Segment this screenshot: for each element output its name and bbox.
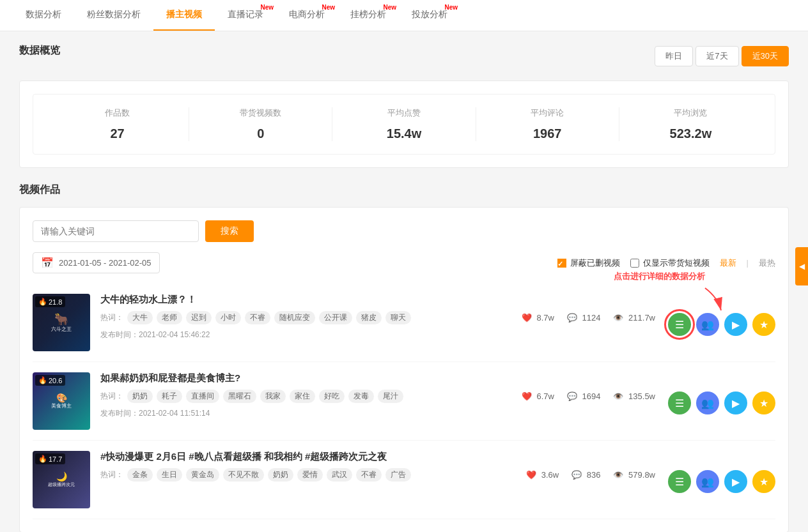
only-goods-checkbox-label[interactable]: 仅显示带货短视频 [630, 257, 710, 269]
stat-goods-value: 0 [189, 126, 332, 141]
fire-icon: 🔥 [38, 298, 47, 306]
publish-time-2: 发布时间：2021-02-04 11:51:14 [100, 408, 522, 419]
search-input[interactable] [33, 220, 199, 242]
main-content: 数据概览 昨日 近7天 近30天 作品数 27 带货视频数 0 平均点赞 15.… [0, 31, 808, 532]
hot-tag[interactable]: 小时 [215, 311, 241, 324]
users-button-1[interactable]: 👥 [696, 313, 719, 336]
hot-tag[interactable]: 广告 [385, 468, 411, 482]
stats-grid: 作品数 27 带货视频数 0 平均点赞 15.4w 平均评论 1967 平均浏览… [33, 94, 775, 155]
filter-right: 屏蔽已删视频 仅显示带货短视频 最新 | 最热 [557, 257, 775, 269]
video-score-2: 🔥 20.6 [35, 375, 65, 386]
tab-ad-analysis[interactable]: 投放分析 New [399, 0, 460, 31]
new-badge-live: New [260, 4, 274, 11]
hide-deleted-checkbox[interactable] [557, 259, 566, 268]
tab-streamer-video[interactable]: 播主视频 [153, 0, 215, 31]
hot-tag[interactable]: 生日 [157, 468, 182, 482]
play-button-2[interactable]: ▶ [724, 391, 747, 414]
video-thumb-2: 🎨 美食博主 🔥 20.6 [33, 372, 90, 430]
hot-tag[interactable]: 金条 [127, 468, 153, 482]
heart-icon: ❤️ [522, 391, 532, 401]
hot-tag[interactable]: 家住 [290, 390, 315, 403]
heart-icon: ❤️ [526, 470, 536, 480]
eye-icon: 👁️ [613, 470, 623, 480]
comment-icon: 💬 [567, 313, 577, 323]
hot-tag[interactable]: 武汉 [327, 468, 352, 482]
likes-stat-1: ❤️ 8.7w [522, 313, 554, 323]
action-buttons-2: ☰ 👥 ▶ ★ [668, 372, 775, 414]
stat-views-label: 平均浏览 [619, 107, 762, 119]
comments-stat-3: 💬 836 [571, 470, 600, 480]
new-badge-ecommerce: New [322, 4, 335, 11]
video-stats-3: ❤️ 3.6w 💬 836 👁️ 579.8w [526, 451, 655, 480]
sidebar-hint[interactable]: ◀ [795, 247, 808, 285]
comments-stat-2: 💬 1694 [567, 391, 601, 401]
stat-works-label: 作品数 [46, 107, 189, 119]
hot-tag[interactable]: 随机应变 [274, 311, 315, 324]
sort-newest[interactable]: 最新 [720, 257, 736, 269]
hot-tag[interactable]: 不见不散 [223, 468, 264, 482]
play-button-1[interactable]: ▶ [724, 313, 747, 336]
period-7days[interactable]: 近7天 [695, 46, 738, 66]
hot-tag[interactable]: 我家 [260, 390, 286, 403]
hide-deleted-checkbox-label[interactable]: 屏蔽已删视频 [557, 257, 620, 269]
play-button-3[interactable]: ▶ [724, 470, 747, 493]
stat-avg-views: 平均浏览 523.2w [619, 107, 762, 141]
users-button-3[interactable]: 👥 [696, 470, 719, 493]
hot-tag[interactable]: 不睿 [245, 311, 270, 324]
overview-header: 数据概览 昨日 近7天 近30天 [19, 44, 789, 68]
tab-ecommerce[interactable]: 电商分析 New [276, 0, 338, 31]
hot-tag[interactable]: 耗子 [157, 390, 182, 403]
only-goods-text: 仅显示带货短视频 [643, 257, 710, 269]
hot-tag[interactable]: 大牛 [127, 311, 153, 324]
period-yesterday[interactable]: 昨日 [655, 46, 693, 66]
stat-goods-video: 带货视频数 0 [189, 107, 332, 141]
hot-tag[interactable]: 奶奶 [127, 390, 153, 403]
hot-tag[interactable]: 不睿 [356, 468, 382, 482]
checkbox-text: 屏蔽已删视频 [570, 257, 620, 269]
only-goods-checkbox[interactable] [630, 259, 639, 268]
views-stat-1: 👁️ 211.7w [613, 313, 655, 323]
tab-ranking[interactable]: 挂榜分析 New [338, 0, 399, 31]
filter-row: 📅 2021-01-05 - 2021-02-05 屏蔽已删视频 仅显示带货短视… [33, 252, 775, 273]
hot-tag[interactable]: 爱情 [297, 468, 323, 482]
stat-likes-value: 15.4w [332, 126, 475, 141]
hot-tag[interactable]: 发毒 [348, 390, 374, 403]
list-data-button-3[interactable]: ☰ [668, 470, 691, 493]
hot-tag[interactable]: 猪皮 [356, 311, 382, 324]
list-data-button-1[interactable]: ☰ [668, 313, 691, 336]
date-picker[interactable]: 📅 2021-01-05 - 2021-02-05 [33, 252, 160, 273]
views-stat-3: 👁️ 579.8w [613, 470, 655, 480]
star-button-3[interactable]: ★ [752, 470, 775, 493]
hot-tag[interactable]: 直播间 [186, 390, 219, 403]
hot-tag[interactable]: 迟到 [186, 311, 212, 324]
sort-hottest[interactable]: 最热 [759, 257, 775, 269]
stats-card: 作品数 27 带货视频数 0 平均点赞 15.4w 平均评论 1967 平均浏览… [19, 80, 789, 168]
overview-title: 数据概览 [19, 44, 60, 57]
hot-tag[interactable]: 奶奶 [268, 468, 293, 482]
hot-tag[interactable]: 黑曜石 [223, 390, 256, 403]
video-score-3: 🔥 17.7 [35, 453, 65, 464]
video-section-title: 视频作品 [19, 183, 789, 197]
video-title-1: 大牛的轻功水上漂？！ [100, 294, 522, 306]
tab-live-record[interactable]: 直播记录 New [215, 0, 276, 31]
star-button-2[interactable]: ★ [752, 391, 775, 414]
period-30days[interactable]: 近30天 [742, 46, 789, 66]
tab-fans-analysis[interactable]: 粉丝数据分析 [74, 0, 153, 31]
stat-comments-label: 平均评论 [476, 107, 619, 119]
date-range-text: 2021-01-05 - 2021-02-05 [59, 258, 152, 268]
hot-tag[interactable]: 老师 [157, 311, 182, 324]
hot-tag[interactable]: 好吃 [319, 390, 345, 403]
stat-views-value: 523.2w [619, 126, 762, 141]
list-data-button-2[interactable]: ☰ [668, 391, 691, 414]
annotation-container: 点击进行详细的数据分析 [33, 284, 775, 362]
search-button[interactable]: 搜索 [205, 220, 254, 242]
hot-tag[interactable]: 黄金岛 [186, 468, 219, 482]
tab-data-analysis[interactable]: 数据分析 [13, 0, 74, 31]
hot-tag[interactable]: 尾汁 [378, 390, 403, 403]
users-button-2[interactable]: 👥 [696, 391, 719, 414]
star-button-1[interactable]: ★ [752, 313, 775, 336]
period-buttons: 昨日 近7天 近30天 [655, 46, 789, 66]
hot-tag[interactable]: 公开课 [319, 311, 352, 324]
hot-tag[interactable]: 聊天 [385, 311, 411, 324]
video-info-2: 如果郝奶奶和屁登都是美食博主? 热词： 奶奶 耗子 直播间 黑曜石 我家 家住 … [100, 372, 522, 419]
